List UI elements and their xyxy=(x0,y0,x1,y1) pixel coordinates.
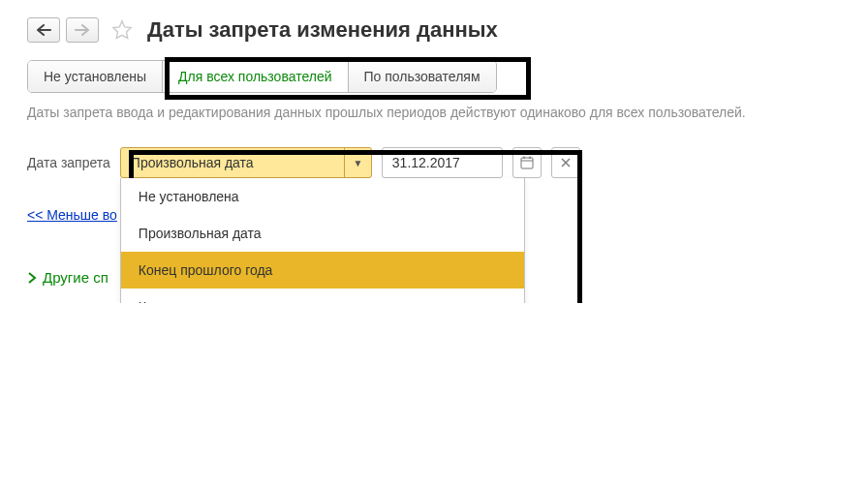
back-button[interactable] xyxy=(27,17,60,43)
dropdown-option[interactable]: Не установлена xyxy=(121,178,524,215)
dropdown-option[interactable]: Конец прошлого года xyxy=(121,252,524,289)
less-options-link[interactable]: << Меньше во xyxy=(27,207,117,223)
description-text: Даты запрета ввода и редактирования данн… xyxy=(27,105,841,120)
dropdown-option[interactable]: Произвольная дата xyxy=(121,215,524,252)
date-mode-dropdown-list: Не установлена Произвольная дата Конец п… xyxy=(120,178,525,303)
tab-not-set[interactable]: Не установлены xyxy=(28,61,163,92)
favorite-star-icon[interactable] xyxy=(110,18,134,42)
date-label: Дата запрета xyxy=(27,155,110,170)
dropdown-option[interactable]: Конец прошлого квартала xyxy=(121,289,524,303)
annotation-marker xyxy=(165,57,531,100)
forward-button[interactable] xyxy=(66,17,99,43)
chevron-right-icon xyxy=(27,272,37,284)
page-title: Даты запрета изменения данных xyxy=(147,17,498,43)
